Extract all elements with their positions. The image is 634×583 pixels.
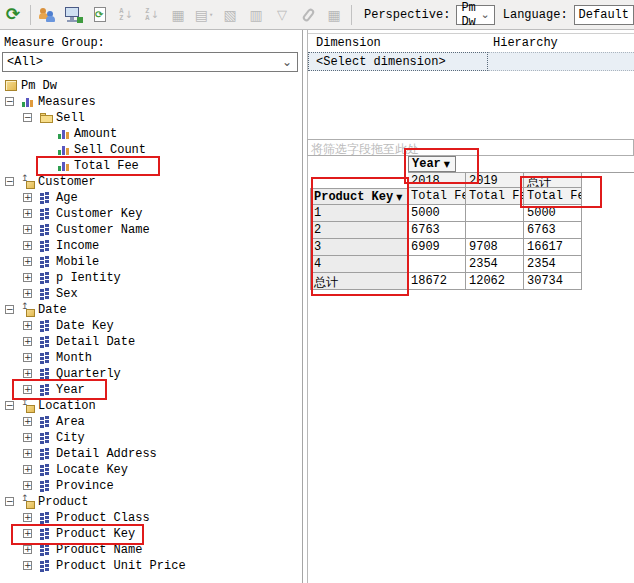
tree-item-location[interactable]: −↥Location <box>0 398 300 414</box>
tree-item-measures[interactable]: −Measures <box>0 94 300 110</box>
attribute-icon <box>40 320 53 332</box>
collapse-minus-icon[interactable]: − <box>5 497 14 506</box>
dimension-column-header: Dimension <box>308 36 488 50</box>
tree-item-product[interactable]: −↥Product <box>0 494 300 510</box>
perspective-select[interactable]: Pm Dw ⌄ <box>456 5 494 25</box>
data-cell: 12062 <box>466 273 524 290</box>
collapse-minus-icon[interactable]: − <box>5 97 14 106</box>
expand-plus-icon[interactable]: + <box>23 289 32 298</box>
highlight-rect-product-key-tree <box>11 524 144 545</box>
tree-item-province[interactable]: +Province <box>0 478 300 494</box>
collapse-minus-icon[interactable]: − <box>23 113 32 122</box>
tree-item-detail-address[interactable]: +Detail Address <box>0 446 300 462</box>
expand-plus-icon[interactable]: + <box>23 417 32 426</box>
reconnect-icon[interactable]: ⟳ <box>1 3 25 27</box>
tree-item-label: Detail Address <box>56 447 157 461</box>
expand-plus-icon[interactable]: + <box>23 225 32 234</box>
expand-plus-icon[interactable]: + <box>23 257 32 266</box>
tree-item-label: Date Key <box>56 319 114 333</box>
attribute-icon <box>40 208 53 220</box>
tree-item-amount[interactable]: Amount <box>0 126 300 142</box>
dataset-icon[interactable]: ▥ <box>244 3 268 27</box>
tree-item-age[interactable]: +Age <box>0 190 300 206</box>
language-field[interactable]: Default <box>574 5 634 25</box>
dimension-grid-row[interactable]: <Select dimension> <box>308 52 634 71</box>
cube-icon <box>5 80 18 92</box>
collapse-minus-icon[interactable]: − <box>5 177 14 186</box>
tree-item-area[interactable]: +Area <box>0 414 300 430</box>
show-empty-cells-icon[interactable]: ▤▾ <box>192 3 216 27</box>
tree-item-sex[interactable]: +Sex <box>0 286 300 302</box>
metadata-tree: Pm Dw−Measures−SellAmountSell CountTotal… <box>0 78 300 583</box>
expand-plus-icon[interactable]: + <box>23 513 32 522</box>
attribute-icon <box>40 288 53 300</box>
tree-item-detail-date[interactable]: +Detail Date <box>0 334 300 350</box>
tree-item-pm-dw[interactable]: Pm Dw <box>0 78 300 94</box>
tree-item-income[interactable]: +Income <box>0 238 300 254</box>
tree-item-label: Location <box>38 399 96 413</box>
tree-item-product-unit-price[interactable]: +Product Unit Price <box>0 558 300 574</box>
toolbar-separator <box>30 5 31 25</box>
process-icon[interactable] <box>62 3 86 27</box>
expand-plus-icon[interactable]: + <box>23 561 32 570</box>
expand-plus-icon[interactable]: + <box>23 481 32 490</box>
tree-item-customer-name[interactable]: +Customer Name <box>0 222 300 238</box>
tree-item-locate-key[interactable]: +Locate Key <box>0 462 300 478</box>
expand-plus-icon[interactable]: + <box>23 465 32 474</box>
measure-group-value: <All> <box>7 55 43 69</box>
dimension-grid-header: Dimension Hierarchy <box>308 33 634 52</box>
expand-plus-icon[interactable]: + <box>23 353 32 362</box>
sort-descending-icon[interactable]: ZA↓ <box>140 3 164 27</box>
collapse-minus-icon[interactable]: − <box>5 401 14 410</box>
filter-icon[interactable]: ▽ <box>270 3 294 27</box>
tree-item-p-ientity[interactable]: +p Ientity <box>0 270 300 286</box>
hierarchy-cell[interactable] <box>488 52 634 71</box>
attribute-icon <box>40 512 53 524</box>
expand-plus-icon[interactable]: + <box>23 449 32 458</box>
tree-item-mobile[interactable]: +Mobile <box>0 254 300 270</box>
expand-plus-icon[interactable]: + <box>23 337 32 346</box>
tree-item-date[interactable]: −↥Date <box>0 302 300 318</box>
tree-item-customer[interactable]: −↥Customer <box>0 174 300 190</box>
users-icon[interactable] <box>36 3 60 27</box>
tree-item-label: Customer Key <box>56 207 142 221</box>
refresh-icon[interactable]: ⟳ <box>88 3 112 27</box>
attachment-icon[interactable] <box>296 3 320 27</box>
highlight-rect-row-header-col <box>311 177 409 296</box>
expand-plus-icon[interactable]: + <box>23 321 32 330</box>
expand-plus-icon[interactable]: + <box>23 545 32 554</box>
tree-item-customer-key[interactable]: +Customer Key <box>0 206 300 222</box>
select-dimension-cell[interactable]: <Select dimension> <box>308 52 488 71</box>
expand-plus-icon[interactable]: + <box>23 209 32 218</box>
expand-plus-icon[interactable]: + <box>23 433 32 442</box>
expand-plus-icon[interactable]: + <box>23 241 32 250</box>
tree-item-city[interactable]: +City <box>0 430 300 446</box>
measure-header-0[interactable]: Total Fee <box>408 188 466 205</box>
measure-header-1[interactable]: Total Fee <box>466 188 524 205</box>
collapse-minus-icon[interactable]: − <box>5 305 14 314</box>
dimension-filter-grid: Dimension Hierarchy <Select dimension> <box>308 33 634 71</box>
toolbar: ⟳⟳AZ↓ZA↓▦▤▾▧▥▽▦ Perspective: Pm Dw ⌄ Lan… <box>0 0 634 30</box>
data-cell: 6763 <box>524 222 582 239</box>
expand-plus-icon[interactable]: + <box>23 273 32 282</box>
attribute-icon <box>40 192 53 204</box>
tree-item-date-key[interactable]: +Date Key <box>0 318 300 334</box>
expand-plus-icon[interactable]: + <box>23 369 32 378</box>
tree-item-label: p Ientity <box>56 271 121 285</box>
language-value: Default <box>579 8 629 22</box>
tree-item-label: Measures <box>38 95 96 109</box>
tree-item-label: Pm Dw <box>21 79 57 93</box>
tree-item-sell[interactable]: −Sell <box>0 110 300 126</box>
tree-item-month[interactable]: +Month <box>0 350 300 366</box>
chart-icon[interactable]: ▦ <box>322 3 346 27</box>
writeback-icon[interactable]: ▧ <box>218 3 242 27</box>
attribute-icon <box>40 240 53 252</box>
toolbar-separator <box>351 5 352 25</box>
panel-splitter[interactable] <box>302 30 303 583</box>
attribute-icon <box>40 560 53 572</box>
measure-group-dropdown[interactable]: <All> ⌄ <box>2 52 298 72</box>
drillthrough-icon[interactable]: ▦ <box>166 3 190 27</box>
data-cell: 30734 <box>524 273 582 290</box>
expand-plus-icon[interactable]: + <box>23 193 32 202</box>
sort-ascending-icon[interactable]: AZ↓ <box>114 3 138 27</box>
